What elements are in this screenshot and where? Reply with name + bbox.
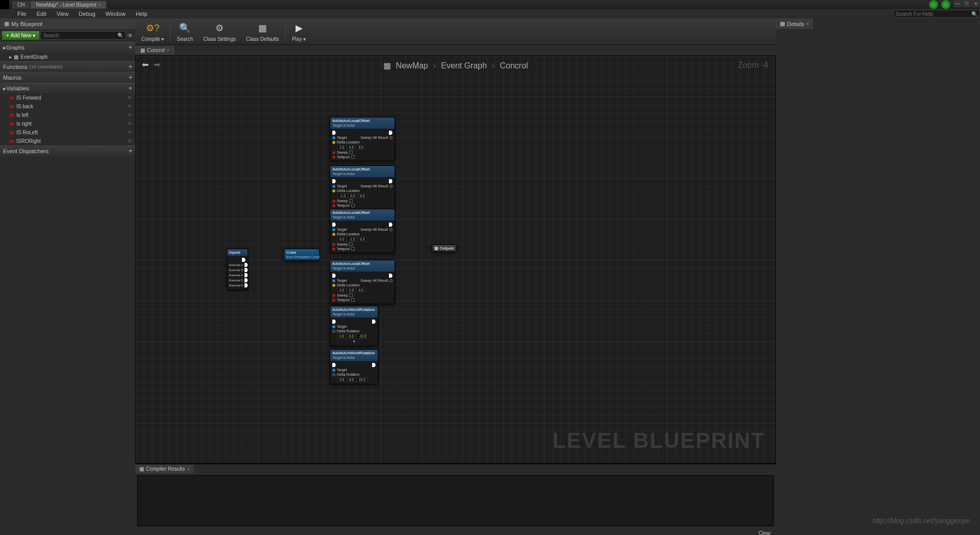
log-icon: ▦ (139, 466, 144, 472)
url-watermark: http://blog.csdn.net/yanggenye (872, 517, 970, 525)
details-icon: ▦ (780, 20, 785, 27)
compile-button[interactable]: ⚙?Compile ▾ (136, 19, 169, 44)
eye-icon[interactable]: 👁 (127, 104, 132, 109)
compiler-results-panel: ▦ Compiler Results × Clear (135, 464, 776, 535)
menu-view[interactable]: View (52, 10, 74, 18)
my-blueprint-panel: ▦ My Blueprint +Add New▾ 🔍 👁 ▸Graphs+ ▸▦… (0, 18, 135, 535)
tab-ch[interactable]: CH (12, 1, 30, 9)
graph-icon: ▦ (14, 54, 18, 60)
add-icon[interactable]: + (129, 148, 132, 155)
breadcrumb: ▦ NewMap › Event Graph › Concrol (383, 61, 528, 70)
variable-item[interactable]: Is right👁 (0, 119, 135, 128)
menu-edit[interactable]: Edit (32, 10, 52, 18)
node-addactorlocaloffset[interactable]: AddActorLocalOffsetTarget is Actor Targe… (330, 260, 395, 304)
menubar: File Edit View Debug Window Help Search … (0, 9, 980, 18)
nav-back-icon[interactable]: ⬅ (142, 60, 149, 69)
tab-blueprint[interactable]: NewMap* - Level Blueprint× (31, 1, 106, 9)
node-outputs[interactable]: ▦ Outputs (432, 245, 456, 252)
var-type-icon (9, 114, 14, 117)
node-addactorlocaloffset[interactable]: AddActorLocalOffsetTarget is Actor Targe… (330, 209, 395, 253)
ue-logo-icon (0, 0, 9, 9)
variable-item[interactable]: IS back👁 (0, 102, 135, 111)
node-addactorlocaloffset[interactable]: AddActorLocalOffsetTarget is Actor Targe… (330, 117, 395, 161)
graph-canvas[interactable]: ⬅ ➡ ▦ NewMap › Event Graph › Concrol Zoo… (135, 55, 776, 464)
details-panel: ▦ Details × (776, 18, 980, 535)
node-addactorworldrotation[interactable]: AddActorWorldRotationTarget is Actor Tar… (330, 349, 378, 384)
var-type-icon (9, 131, 14, 134)
maximize-button[interactable]: □ (963, 0, 971, 7)
compiler-log[interactable] (137, 475, 774, 526)
titlebar: CH NewMap* - Level Blueprint× — □ × (0, 0, 980, 9)
section-dispatchers[interactable]: Event Dispatchers+ (0, 145, 135, 156)
menu-window[interactable]: Window (101, 10, 131, 18)
status-icon[interactable] (941, 0, 950, 9)
section-macros[interactable]: Macros+ (0, 72, 135, 83)
var-type-icon (9, 105, 14, 108)
panel-tab-myblueprint[interactable]: ▦ My Blueprint (0, 18, 135, 29)
close-icon[interactable]: × (166, 47, 169, 53)
node-addactorworldrotation[interactable]: AddActorWorldRotationTarget is Actor Tar… (330, 306, 378, 346)
eye-icon[interactable]: 👁 (127, 121, 132, 127)
zoom-label: Zoom -4 (738, 61, 768, 70)
source-control-icon[interactable] (929, 0, 938, 9)
section-graphs[interactable]: ▸Graphs+ (0, 42, 135, 53)
node-inputs[interactable]: Inputs Execute 2Execute 3Execute 4Execut… (227, 249, 248, 290)
section-variables[interactable]: ▸Variables+ (0, 83, 135, 93)
eye-icon[interactable]: 👁 (127, 138, 132, 144)
var-type-icon (9, 140, 14, 143)
graph-icon: ▦ (140, 47, 145, 53)
clear-button[interactable]: Clear (758, 530, 771, 535)
search-icon: 🔍 (971, 11, 977, 17)
node-cube[interactable]: Cubefrom Persistent Level (284, 249, 320, 261)
variable-item[interactable]: IS Forward👁 (0, 93, 135, 102)
close-icon[interactable]: × (99, 2, 101, 7)
add-icon[interactable]: + (129, 44, 132, 51)
add-new-button[interactable]: +Add New▾ (2, 31, 39, 40)
search-help-input[interactable]: Search For Help 🔍 (893, 10, 980, 18)
close-icon[interactable]: × (806, 21, 809, 27)
play-button[interactable]: ▶Play ▾ (287, 19, 311, 44)
class-settings-button[interactable]: ⚙Class Settings (198, 19, 241, 44)
variable-item[interactable]: IS RoLeft👁 (0, 128, 135, 137)
search-input[interactable]: 🔍 (40, 31, 126, 40)
variable-item[interactable]: ISRORight👁 (0, 137, 135, 145)
search-button[interactable]: 🔍Search (172, 19, 198, 44)
toolbar: ⚙?Compile ▾ 🔍Search ⚙Class Settings ▦Cla… (135, 18, 776, 45)
menu-file[interactable]: File (12, 10, 32, 18)
eye-icon[interactable]: 👁 (127, 95, 132, 101)
node-addactorlocaloffset[interactable]: AddActorLocalOffsetTarget is Actor Targe… (330, 165, 395, 210)
nav-forward-icon[interactable]: ➡ (154, 60, 160, 69)
details-tab[interactable]: ▦ Details × (776, 18, 813, 29)
compiler-results-tab[interactable]: ▦ Compiler Results × (135, 465, 193, 473)
section-functions[interactable]: Functions(18 Overridable)+ (0, 61, 135, 72)
eye-icon[interactable]: 👁 (127, 32, 133, 39)
watermark: LEVEL BLUEPRINT (552, 428, 765, 453)
add-icon[interactable]: + (129, 63, 132, 70)
graph-icon: ▦ (383, 61, 391, 70)
var-type-icon (9, 96, 14, 100)
tree-eventgraph[interactable]: ▸▦EventGraph (0, 53, 135, 61)
eye-icon[interactable]: 👁 (127, 112, 132, 118)
search-icon: 🔍 (117, 33, 124, 38)
minimize-button[interactable]: — (953, 0, 962, 7)
blueprint-icon: ▦ (4, 20, 9, 27)
add-icon[interactable]: + (129, 74, 132, 81)
close-button[interactable]: × (972, 0, 980, 7)
graph-tab-concrol[interactable]: ▦ Concrol × (135, 46, 175, 55)
menu-help[interactable]: Help (131, 10, 153, 18)
eye-icon[interactable]: 👁 (127, 130, 132, 135)
menu-debug[interactable]: Debug (74, 10, 100, 18)
variable-item[interactable]: Is left👁 (0, 111, 135, 119)
class-defaults-button[interactable]: ▦Class Defaults (241, 19, 284, 44)
add-icon[interactable]: + (129, 85, 132, 92)
var-type-icon (9, 123, 14, 126)
close-icon[interactable]: × (187, 467, 189, 472)
